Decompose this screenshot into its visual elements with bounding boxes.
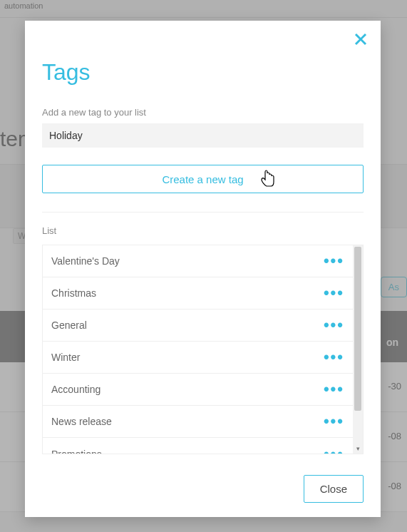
list-item: Promotions•••	[43, 438, 353, 454]
more-options-icon[interactable]: •••	[324, 290, 344, 297]
tag-list: Valentine's Day•••Christmas•••General•••…	[42, 245, 364, 454]
more-options-icon[interactable]: •••	[324, 257, 344, 265]
list-item: News release•••	[43, 406, 353, 438]
close-button[interactable]: Close	[304, 475, 364, 503]
more-options-icon[interactable]: •••	[324, 386, 344, 393]
list-label: List	[42, 225, 364, 236]
tag-name: Promotions	[51, 449, 102, 455]
tag-name: Valentine's Day	[51, 255, 120, 267]
create-tag-button[interactable]: Create a new tag	[42, 165, 364, 193]
modal-title: Tags	[42, 59, 364, 86]
more-options-icon[interactable]: •••	[324, 418, 344, 425]
divider	[42, 212, 364, 213]
list-item: Accounting•••	[43, 374, 353, 406]
more-options-icon[interactable]: •••	[324, 451, 344, 455]
scrollbar-thumb[interactable]	[354, 247, 361, 411]
tag-name: Winter	[51, 352, 80, 363]
close-icon[interactable]	[351, 29, 371, 49]
background-app: automation tem Wa As on -30 -08 -08 Tags…	[0, 0, 407, 532]
list-item: Valentine's Day•••	[43, 245, 353, 277]
tag-name: General	[51, 319, 87, 331]
more-options-icon[interactable]: •••	[324, 322, 344, 329]
tag-name: Christmas	[51, 287, 96, 299]
new-tag-input[interactable]	[42, 123, 364, 148]
scrollbar[interactable]: ▾	[353, 245, 363, 454]
tag-name: Accounting	[51, 384, 101, 395]
modal-footer: Close	[42, 461, 364, 503]
list-item: General•••	[43, 310, 353, 342]
tag-name: News release	[51, 416, 112, 427]
add-tag-label: Add a new tag to your list	[42, 107, 364, 118]
tags-modal: Tags Add a new tag to your list Create a…	[25, 21, 381, 517]
list-item: Winter•••	[43, 342, 353, 374]
list-item: Christmas•••	[43, 277, 353, 310]
more-options-icon[interactable]: •••	[324, 354, 344, 361]
scroll-down-icon[interactable]: ▾	[353, 444, 363, 454]
